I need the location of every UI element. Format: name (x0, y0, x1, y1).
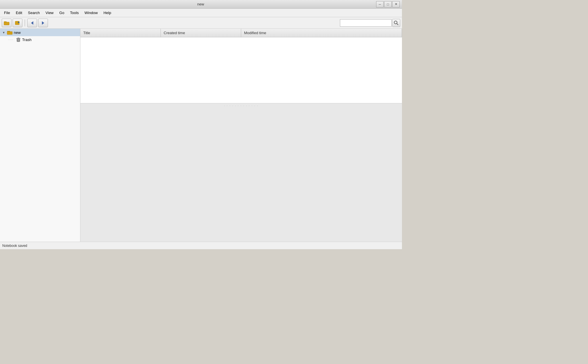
sidebar: ▼ new ····· Trash (0, 29, 80, 242)
notebook-label: new (14, 30, 21, 35)
svg-marker-7 (31, 21, 33, 25)
sidebar-item-notebook[interactable]: ▼ new (0, 29, 80, 36)
menu-edit[interactable]: Edit (13, 9, 25, 16)
new-notebook-button[interactable] (13, 19, 22, 27)
search-icon (394, 20, 399, 26)
back-icon (29, 20, 35, 26)
note-detail-panel: · · · · · · · · · · · · · (80, 103, 402, 242)
menu-help[interactable]: Help (100, 9, 114, 16)
window-controls: ─ □ ✕ (376, 1, 400, 7)
tree-toggle-icon: ▼ (2, 31, 6, 34)
title-bar: new ─ □ ✕ (0, 0, 402, 9)
main-area: ▼ new ····· Trash (0, 29, 402, 242)
menu-go[interactable]: Go (57, 9, 67, 16)
toolbar-separator-1 (25, 20, 25, 26)
search-box (340, 19, 400, 27)
svg-rect-2 (4, 22, 6, 22)
minimize-button[interactable]: ─ (376, 1, 384, 7)
status-bar: Notebook saved (0, 242, 402, 249)
svg-point-9 (394, 21, 397, 24)
close-button[interactable]: ✕ (392, 1, 400, 7)
column-header-created-time[interactable]: Created time (161, 29, 241, 37)
notes-list-body (80, 37, 402, 103)
notes-list-panel: Title Created time Modified time (80, 29, 402, 103)
forward-button[interactable] (38, 19, 48, 27)
trash-icon (16, 37, 21, 42)
notebook-folder-icon (7, 30, 13, 35)
new-notebook-icon (15, 20, 20, 26)
menu-view[interactable]: View (43, 9, 57, 16)
column-headers: Title Created time Modified time (80, 29, 402, 37)
trash-label: Trash (22, 38, 32, 42)
search-input[interactable] (340, 19, 392, 27)
svg-rect-14 (16, 38, 20, 39)
content-panel: Title Created time Modified time · · · ·… (80, 29, 402, 242)
svg-marker-8 (42, 21, 44, 25)
open-folder-icon (4, 20, 9, 26)
forward-icon (40, 20, 46, 26)
column-header-title[interactable]: Title (80, 29, 161, 37)
back-button[interactable] (27, 19, 37, 27)
svg-rect-15 (18, 38, 19, 38)
menu-window[interactable]: Window (82, 9, 100, 16)
maximize-button[interactable]: □ (384, 1, 392, 7)
menu-search[interactable]: Search (25, 9, 42, 16)
status-message: Notebook saved (2, 244, 27, 248)
svg-rect-12 (7, 32, 12, 34)
sidebar-item-trash[interactable]: ····· Trash (0, 36, 80, 43)
toolbar (0, 17, 402, 29)
menu-tools[interactable]: Tools (67, 9, 82, 16)
menu-bar: File Edit Search View Go Tools Window He… (0, 9, 402, 17)
column-header-modified-time[interactable]: Modified time (241, 29, 402, 37)
window-title: new (25, 2, 376, 6)
svg-line-10 (397, 24, 398, 25)
open-folder-button[interactable] (2, 19, 11, 27)
tree-dots: ····· (8, 38, 13, 41)
resize-dots-indicator: · · · · · · · · · · · · · (224, 104, 258, 107)
search-button[interactable] (392, 19, 400, 27)
menu-file[interactable]: File (1, 9, 13, 16)
